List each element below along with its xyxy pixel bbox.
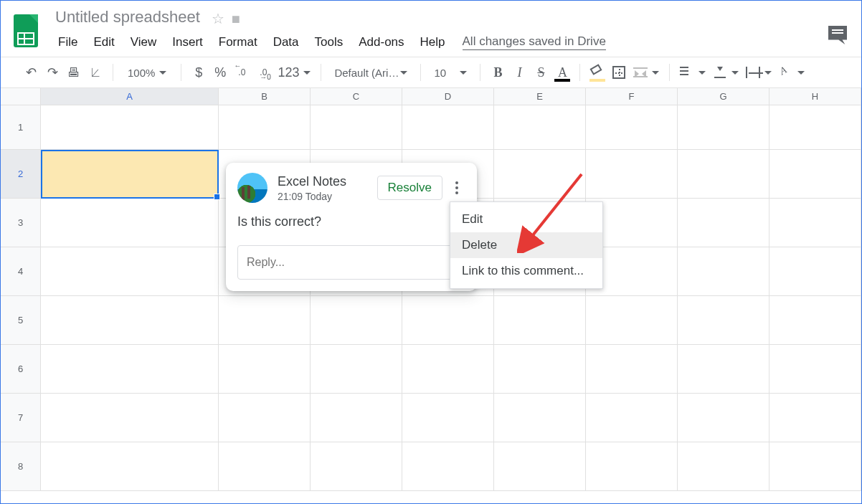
- col-header-F[interactable]: F: [586, 88, 678, 105]
- print-button[interactable]: 🖶: [64, 62, 84, 83]
- col-header-B[interactable]: B: [219, 88, 311, 105]
- row-header-4[interactable]: 4: [1, 247, 41, 296]
- increase-decimal-button[interactable]: .0→0: [253, 62, 273, 83]
- comment-more-icon[interactable]: [448, 177, 465, 199]
- cell-G3[interactable]: [678, 199, 769, 247]
- cell-D7[interactable]: [402, 394, 494, 442]
- cell-D5[interactable]: [402, 296, 494, 345]
- cell-E6[interactable]: [494, 345, 586, 394]
- menu-insert[interactable]: Insert: [165, 32, 210, 52]
- format-currency-button[interactable]: $: [189, 62, 209, 83]
- cell-D1[interactable]: [402, 105, 494, 150]
- cell-H4[interactable]: [769, 247, 861, 296]
- zoom-select[interactable]: 100%: [120, 67, 174, 79]
- menu-addons[interactable]: Add-ons: [351, 32, 411, 52]
- cell-H2[interactable]: [769, 150, 861, 199]
- cell-C5[interactable]: [311, 296, 402, 345]
- cell-G5[interactable]: [678, 296, 769, 345]
- cell-B5[interactable]: [219, 296, 311, 345]
- cell-A7[interactable]: [41, 394, 219, 442]
- horizontal-align-button[interactable]: [677, 62, 709, 83]
- cell-A1[interactable]: [41, 105, 219, 150]
- row-header-2[interactable]: 2: [1, 150, 41, 199]
- resolve-button[interactable]: Resolve: [377, 176, 442, 200]
- row-header-5[interactable]: 5: [1, 296, 41, 345]
- decrease-decimal-button[interactable]: ←.0: [232, 62, 252, 83]
- cell-G6[interactable]: [678, 345, 769, 394]
- ctx-delete[interactable]: Delete: [450, 232, 602, 258]
- col-header-C[interactable]: C: [311, 88, 402, 105]
- cell-B8[interactable]: [219, 442, 311, 491]
- bold-button[interactable]: B: [488, 62, 508, 83]
- cell-A8[interactable]: [41, 442, 219, 491]
- open-comments-icon[interactable]: [828, 26, 847, 44]
- text-wrap-button[interactable]: [743, 62, 775, 83]
- cell-F8[interactable]: [586, 442, 678, 491]
- cell-E8[interactable]: [494, 442, 586, 491]
- cell-D8[interactable]: [402, 442, 494, 491]
- format-percent-button[interactable]: %: [210, 62, 230, 83]
- cell-F5[interactable]: [586, 296, 678, 345]
- cell-G4[interactable]: [678, 247, 769, 296]
- cell-D6[interactable]: [402, 345, 494, 394]
- cell-E1[interactable]: [494, 105, 586, 150]
- vertical-align-button[interactable]: [710, 62, 742, 83]
- undo-button[interactable]: ↶: [21, 62, 41, 83]
- cell-E2[interactable]: [494, 150, 586, 199]
- menu-help[interactable]: Help: [413, 32, 453, 52]
- merge-cells-button[interactable]: [630, 62, 662, 83]
- comment-reply-input[interactable]: [237, 245, 465, 280]
- row-header-3[interactable]: 3: [1, 199, 41, 247]
- drive-save-status[interactable]: All changes saved in Drive: [463, 34, 606, 50]
- cell-G1[interactable]: [678, 105, 769, 150]
- cell-H8[interactable]: [769, 442, 861, 491]
- row-header-1[interactable]: 1: [1, 105, 41, 150]
- cell-F7[interactable]: [586, 394, 678, 442]
- col-header-H[interactable]: H: [769, 88, 861, 105]
- cell-F2[interactable]: [586, 150, 678, 199]
- cell-E5[interactable]: [494, 296, 586, 345]
- cell-C8[interactable]: [311, 442, 402, 491]
- cell-H6[interactable]: [769, 345, 861, 394]
- cell-B1[interactable]: [219, 105, 311, 150]
- cell-G8[interactable]: [678, 442, 769, 491]
- italic-button[interactable]: I: [509, 62, 529, 83]
- borders-button[interactable]: [609, 62, 629, 83]
- cell-B7[interactable]: [219, 394, 311, 442]
- menu-view[interactable]: View: [123, 32, 164, 52]
- move-folder-icon[interactable]: ■: [232, 8, 240, 27]
- cell-C7[interactable]: [311, 394, 402, 442]
- cell-A6[interactable]: [41, 345, 219, 394]
- col-header-A[interactable]: A: [41, 88, 219, 105]
- select-all-corner[interactable]: [1, 88, 41, 105]
- row-header-7[interactable]: 7: [1, 394, 41, 442]
- col-header-E[interactable]: E: [494, 88, 586, 105]
- cell-H5[interactable]: [769, 296, 861, 345]
- menu-format[interactable]: Format: [212, 32, 265, 52]
- ctx-edit[interactable]: Edit: [450, 206, 602, 232]
- cell-A3[interactable]: [41, 199, 219, 247]
- cell-B6[interactable]: [219, 345, 311, 394]
- cell-E7[interactable]: [494, 394, 586, 442]
- doc-title[interactable]: Untitled spreadsheet: [51, 5, 204, 29]
- more-formats-button[interactable]: 123: [275, 62, 313, 83]
- col-header-D[interactable]: D: [402, 88, 494, 105]
- row-header-6[interactable]: 6: [1, 345, 41, 394]
- text-color-button[interactable]: A: [552, 62, 572, 83]
- cell-A4[interactable]: [41, 247, 219, 296]
- menu-tools[interactable]: Tools: [308, 32, 351, 52]
- sheets-logo[interactable]: [12, 13, 41, 50]
- ctx-link-to-comment[interactable]: Link to this comment...: [450, 258, 602, 284]
- font-family-select[interactable]: Default (Ari…: [328, 67, 413, 79]
- text-rotation-button[interactable]: [776, 62, 807, 83]
- cell-G2[interactable]: [678, 150, 769, 199]
- cell-C1[interactable]: [311, 105, 402, 150]
- cell-A5[interactable]: [41, 296, 219, 345]
- font-size-select[interactable]: 10: [428, 67, 473, 79]
- strikethrough-button[interactable]: S: [531, 62, 551, 83]
- cell-G7[interactable]: [678, 394, 769, 442]
- cell-F1[interactable]: [586, 105, 678, 150]
- cell-C6[interactable]: [311, 345, 402, 394]
- cell-H7[interactable]: [769, 394, 861, 442]
- cell-H1[interactable]: [769, 105, 861, 150]
